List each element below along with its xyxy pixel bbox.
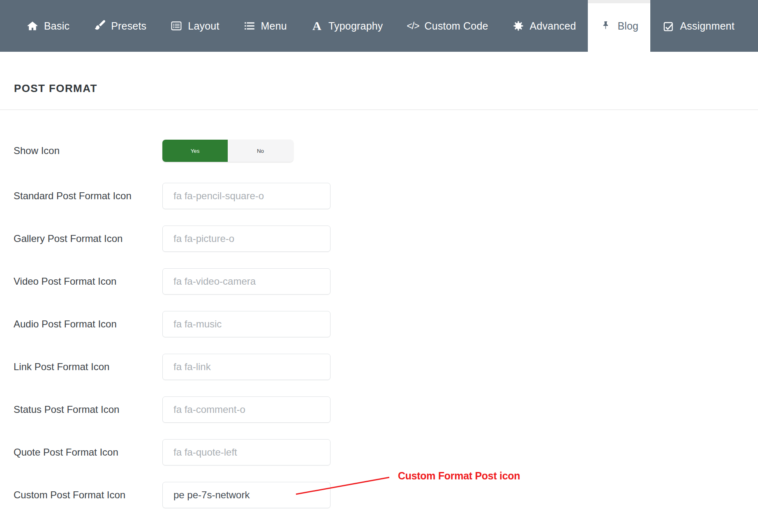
gallery-post-format-input[interactable] xyxy=(162,226,330,252)
show-icon-no-button[interactable]: No xyxy=(228,140,293,162)
tab-assignment[interactable]: Assignment xyxy=(650,0,746,52)
status-post-format-input[interactable] xyxy=(162,396,330,423)
settings-page: Basic Presets Layout xyxy=(0,0,758,532)
field-label: Video Post Format Icon xyxy=(14,276,162,287)
tab-label: Blog xyxy=(617,20,638,32)
tab-advanced[interactable]: Advanced xyxy=(500,0,588,52)
tab-presets[interactable]: Presets xyxy=(81,0,158,52)
show-icon-row: Show Icon Yes No xyxy=(14,140,758,162)
quote-post-format-input[interactable] xyxy=(162,439,330,465)
tab-menu[interactable]: Menu xyxy=(231,0,299,52)
link-post-format-row: Link Post Format Icon xyxy=(14,354,758,380)
audio-post-format-row: Audio Post Format Icon xyxy=(14,311,758,337)
video-post-format-input[interactable] xyxy=(162,268,330,295)
tab-custom-code[interactable]: </> Custom Code xyxy=(395,0,500,52)
standard-post-format-input[interactable] xyxy=(162,183,330,209)
tab-label: Assignment xyxy=(680,20,735,32)
layout-icon xyxy=(170,20,183,32)
pin-icon xyxy=(600,20,612,32)
field-label: Audio Post Format Icon xyxy=(14,318,162,330)
tab-label: Typography xyxy=(328,20,383,32)
home-icon xyxy=(26,20,39,32)
menu-list-icon xyxy=(243,20,256,32)
field-label: Status Post Format Icon xyxy=(14,404,162,415)
field-label: Standard Post Format Icon xyxy=(14,190,162,202)
tab-label: Advanced xyxy=(530,20,576,32)
gear-icon xyxy=(512,20,525,32)
audio-post-format-input[interactable] xyxy=(162,311,330,337)
show-icon-yes-button[interactable]: Yes xyxy=(162,140,228,162)
show-icon-toggle: Yes No xyxy=(162,140,293,162)
tab-typography[interactable]: A Typography xyxy=(299,0,395,52)
field-label: Gallery Post Format Icon xyxy=(14,233,162,244)
status-post-format-row: Status Post Format Icon xyxy=(14,396,758,423)
code-icon: </> xyxy=(407,20,419,32)
video-post-format-row: Video Post Format Icon xyxy=(14,268,758,295)
quote-post-format-row: Quote Post Format Icon xyxy=(14,439,758,465)
tab-basic[interactable]: Basic xyxy=(14,0,81,52)
tab-label: Custom Code xyxy=(425,20,488,32)
tab-label: Basic xyxy=(44,20,69,32)
tab-label: Menu xyxy=(261,20,287,32)
check-square-icon xyxy=(662,20,675,32)
page-title: POST FORMAT xyxy=(14,82,758,95)
gallery-post-format-row: Gallery Post Format Icon xyxy=(14,226,758,252)
field-label: Show Icon xyxy=(14,145,162,157)
tab-label: Layout xyxy=(188,20,219,32)
tab-blog[interactable]: Blog xyxy=(588,0,650,52)
tab-layout[interactable]: Layout xyxy=(158,0,231,52)
annotation-label: Custom Format Post icon xyxy=(398,470,520,482)
standard-post-format-row: Standard Post Format Icon xyxy=(14,183,758,209)
settings-tab-bar: Basic Presets Layout xyxy=(0,0,758,52)
field-label: Link Post Format Icon xyxy=(14,361,162,373)
post-format-form: Show Icon Yes No Standard Post Format Ic… xyxy=(0,110,758,508)
section-header: POST FORMAT xyxy=(0,52,758,110)
paintbrush-icon xyxy=(93,20,106,32)
link-post-format-input[interactable] xyxy=(162,354,330,380)
tab-label: Presets xyxy=(111,20,146,32)
typography-icon: A xyxy=(311,20,323,32)
field-label: Custom Post Format Icon xyxy=(14,489,162,501)
field-label: Quote Post Format Icon xyxy=(14,447,162,458)
annotation-arrow-line xyxy=(288,472,395,499)
